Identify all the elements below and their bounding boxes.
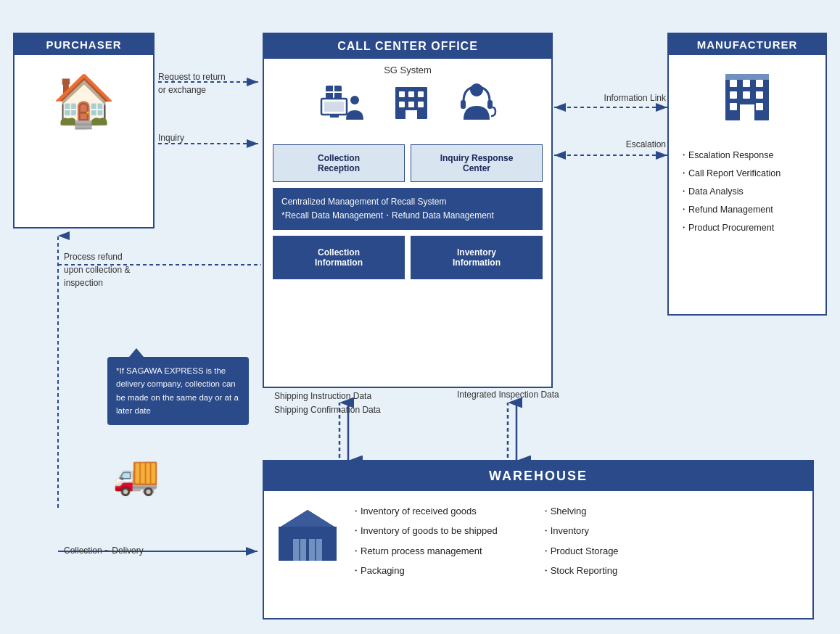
svg-point-31 bbox=[470, 83, 483, 96]
monitor-person-icon bbox=[317, 80, 368, 139]
w-list-item: Inventory bbox=[541, 521, 619, 540]
warehouse-right-list: Shelving Inventory Product Storage Stock… bbox=[541, 501, 619, 580]
request-to-return-label: Request to return or exchange bbox=[158, 70, 226, 96]
svg-marker-49 bbox=[279, 510, 337, 528]
svg-rect-32 bbox=[461, 100, 466, 109]
shipping-instruction-label: Shipping Instruction Data Shipping Confi… bbox=[274, 390, 381, 417]
svg-rect-44 bbox=[725, 74, 769, 80]
svg-rect-40 bbox=[756, 91, 763, 99]
w-list-item: Packaging bbox=[351, 561, 498, 580]
warehouse-building-icon bbox=[279, 506, 337, 575]
w-list-item: Inventory of received goods bbox=[351, 501, 498, 521]
callcenter-box: CALL CENTER OFFICE SG System bbox=[263, 33, 553, 388]
management-box: Centralized Management of Recall System … bbox=[273, 188, 543, 230]
w-list-item: Inventory of goods to be shipped bbox=[351, 521, 498, 540]
purchaser-title: PURCHASER bbox=[15, 34, 153, 55]
warehouse-left-list: Inventory of received goods Inventory of… bbox=[351, 501, 498, 580]
warehouse-lists: Inventory of received goods Inventory of… bbox=[351, 501, 798, 580]
house-icon: 🏠 bbox=[15, 55, 153, 126]
collection-delivery-label: Collection ~ Delivery bbox=[64, 546, 144, 556]
svg-rect-36 bbox=[743, 80, 750, 87]
svg-rect-43 bbox=[740, 104, 754, 120]
escalation-label: Escalation bbox=[626, 139, 666, 149]
svg-rect-35 bbox=[730, 80, 737, 87]
svg-rect-20 bbox=[324, 102, 344, 112]
svg-rect-29 bbox=[418, 102, 424, 107]
collection-reception-box: CollectionReception bbox=[273, 144, 405, 182]
svg-rect-50 bbox=[279, 527, 337, 530]
mfr-list-item: Product Procurement bbox=[679, 219, 815, 237]
svg-rect-30 bbox=[405, 110, 417, 119]
sagawa-bubble: *If SAGAWA EXPRESS is the delivery compa… bbox=[107, 357, 249, 425]
building-icon bbox=[390, 80, 433, 139]
manufacturer-box: MANUFACTURER Escalation Response Call Re… bbox=[667, 33, 827, 316]
svg-rect-41 bbox=[730, 103, 737, 110]
w-list-item: Shelving bbox=[541, 501, 619, 521]
callcenter-sub-boxes: CollectionReception Inquiry ResponseCent… bbox=[273, 144, 543, 182]
svg-point-22 bbox=[350, 96, 359, 104]
inquiry-response-box: Inquiry ResponseCenter bbox=[411, 144, 543, 182]
purchaser-box: PURCHASER 🏠 bbox=[13, 33, 155, 229]
manufacturer-list: Escalation Response Call Report Verifica… bbox=[669, 141, 825, 243]
truck-icon: 🚚 bbox=[112, 453, 160, 498]
w-list-item: Stock Reporting bbox=[541, 561, 619, 580]
svg-rect-24 bbox=[399, 91, 405, 97]
inquiry-label: Inquiry bbox=[158, 133, 184, 143]
w-list-item: Product Storage bbox=[541, 541, 619, 561]
callcenter-bottom-boxes: CollectionInformation InventoryInformati… bbox=[273, 236, 543, 279]
information-link-label: Information Link bbox=[604, 93, 666, 103]
callcenter-title: CALL CENTER OFFICE bbox=[264, 34, 551, 59]
svg-rect-46 bbox=[286, 532, 329, 561]
svg-rect-39 bbox=[743, 91, 750, 99]
mfr-list-item: Escalation Response bbox=[679, 147, 815, 165]
w-list-item: Return process management bbox=[351, 541, 498, 561]
svg-rect-25 bbox=[408, 91, 414, 97]
svg-rect-42 bbox=[756, 103, 763, 110]
collection-information-box: CollectionInformation bbox=[273, 236, 405, 279]
mfr-list-item: Data Analysis bbox=[679, 183, 815, 201]
process-refund-label: Process refund upon collection & inspect… bbox=[64, 250, 130, 289]
svg-rect-28 bbox=[408, 102, 414, 107]
inventory-information-box: InventoryInformation bbox=[411, 236, 543, 279]
callcenter-icons bbox=[264, 80, 551, 139]
svg-rect-38 bbox=[730, 91, 737, 99]
headset-icon bbox=[455, 80, 498, 139]
warehouse-title: WAREHOUSE bbox=[264, 461, 812, 491]
manufacturer-building-icon bbox=[669, 55, 825, 141]
mfr-list-item: Refund Management bbox=[679, 201, 815, 219]
svg-rect-33 bbox=[487, 100, 493, 109]
diagram: PURCHASER 🏠 Request to return or exchang… bbox=[0, 0, 840, 634]
mfr-list-item: Call Report Verification bbox=[679, 165, 815, 183]
manufacturer-title: MANUFACTURER bbox=[669, 34, 825, 55]
warehouse-box: WAREHOUSE Inventory of rece bbox=[263, 460, 814, 619]
sg-system-label: SG System bbox=[264, 65, 551, 75]
integrated-inspection-label: Integrated Inspection Data bbox=[457, 390, 559, 400]
svg-rect-37 bbox=[756, 80, 763, 87]
svg-rect-26 bbox=[418, 91, 424, 97]
warehouse-content: Inventory of received goods Inventory of… bbox=[264, 491, 812, 590]
svg-rect-21 bbox=[330, 115, 339, 118]
svg-rect-27 bbox=[399, 102, 405, 107]
management-text: Centralized Management of Recall System … bbox=[281, 197, 494, 221]
